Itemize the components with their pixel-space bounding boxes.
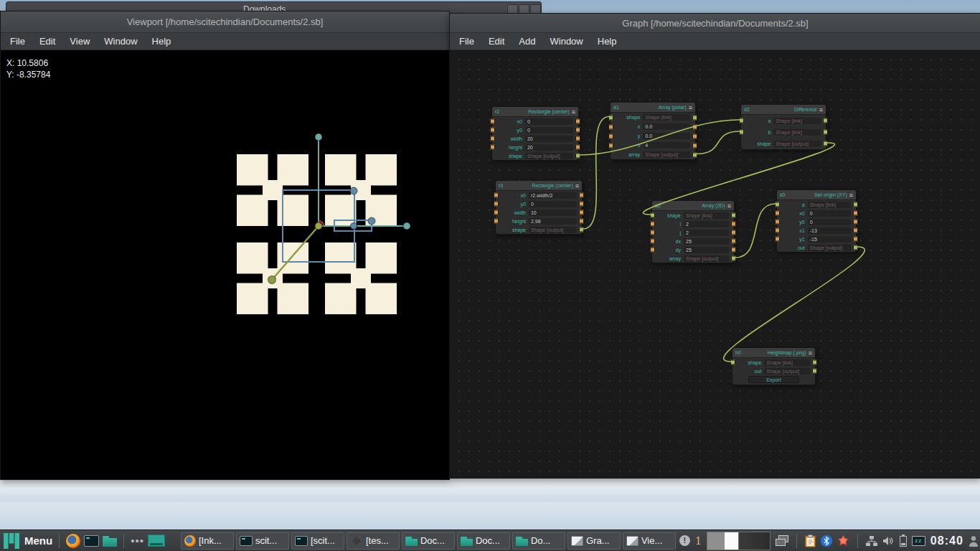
node-header[interactable]: a2Array (2D)≡ — [652, 201, 734, 211]
user-icon[interactable] — [969, 535, 979, 547]
output-port-x1[interactable] — [853, 228, 858, 233]
graph-node-d2[interactable]: d2Difference≡aShape [link]bShape [link]s… — [741, 105, 826, 149]
output-port-b[interactable] — [823, 130, 828, 135]
input-port-shape[interactable] — [650, 213, 655, 218]
node-menu-icon[interactable]: ≡ — [575, 182, 579, 189]
output-port-array[interactable] — [731, 256, 736, 261]
node-header[interactable]: d2Difference≡ — [741, 105, 826, 115]
drag-handle[interactable] — [351, 223, 357, 230]
output-port-y[interactable] — [692, 133, 697, 138]
field-value-j[interactable]: 2 — [684, 230, 729, 236]
field-value-shape[interactable]: Shape [output] — [529, 227, 577, 233]
field-value-x0[interactable]: 0 — [808, 210, 851, 217]
input-port-x1[interactable] — [775, 228, 780, 233]
output-port-x0[interactable] — [575, 119, 580, 124]
input-port-x0[interactable] — [775, 211, 780, 216]
field-value-x0[interactable]: 0 — [525, 118, 573, 125]
battery-icon[interactable] — [900, 534, 907, 547]
input-port-width[interactable] — [494, 210, 499, 215]
field-value-height[interactable]: 20 — [525, 144, 573, 151]
field-value-x0[interactable]: r2.width/2 — [529, 192, 577, 199]
input-port-n[interactable] — [608, 143, 613, 148]
output-port-n[interactable] — [692, 143, 697, 148]
menu-item-help[interactable]: Help — [590, 33, 624, 50]
taskbar-window-button[interactable]: Do... — [512, 532, 565, 550]
more-apps-icon[interactable]: ••• — [131, 534, 144, 547]
output-port-y1[interactable] — [853, 237, 858, 242]
node-menu-icon[interactable]: ≡ — [809, 349, 812, 357]
field-value-i[interactable]: 2 — [684, 221, 729, 227]
terminal-launcher-icon[interactable] — [84, 535, 99, 547]
output-port-x0[interactable] — [853, 211, 858, 216]
input-port-height[interactable] — [490, 145, 495, 150]
input-port-y1[interactable] — [775, 237, 780, 242]
field-value-a[interactable]: Shape [link] — [808, 202, 851, 208]
field-value-b[interactable]: Shape [link] — [773, 129, 821, 136]
input-port-y0[interactable] — [775, 220, 780, 225]
input-port-j[interactable] — [650, 230, 655, 235]
input-port-a[interactable] — [775, 202, 780, 207]
taskbar-window-button[interactable]: Doc... — [457, 532, 510, 550]
node-menu-icon[interactable]: ≡ — [572, 108, 575, 116]
notification-alert-icon[interactable]: ! — [679, 535, 690, 546]
input-port-height[interactable] — [494, 219, 499, 224]
field-value-y0[interactable]: 0 — [525, 127, 573, 133]
menu-button[interactable]: Menu — [24, 534, 52, 547]
file-manager-launcher-icon[interactable] — [103, 538, 117, 547]
bluetooth-icon[interactable] — [821, 535, 832, 547]
graph-node-h0[interactable]: h0Heightmap (.png)≡shapeShape [link]outS… — [732, 348, 815, 385]
output-port-width[interactable] — [579, 210, 584, 215]
graph-canvas[interactable]: r2Rectangle (center)≡x00y00width20height… — [450, 50, 980, 478]
field-value-shape[interactable]: Shape [output] — [773, 141, 821, 147]
input-port-shape[interactable] — [608, 115, 613, 120]
graph-node-s0[interactable]: s0Set origin (XY)≡aShape [link]x00y00x1-… — [777, 190, 856, 252]
field-value-array[interactable]: Shape [output] — [684, 255, 729, 262]
output-port-x[interactable] — [692, 124, 697, 129]
field-value-dy[interactable]: 25 — [684, 247, 729, 253]
output-port-j[interactable] — [731, 230, 736, 235]
field-value-width[interactable]: 20 — [525, 136, 573, 142]
taskbar-window-button[interactable]: Vie... — [623, 532, 676, 550]
output-port-x0[interactable] — [579, 193, 584, 198]
updates-alert-icon[interactable] — [837, 534, 849, 547]
viewport-titlebar[interactable]: Viewport [/home/scitechindian/Documents/… — [1, 11, 449, 33]
field-value-y1[interactable]: -15 — [808, 236, 851, 242]
firefox-launcher-icon[interactable] — [66, 534, 80, 548]
menu-item-file[interactable]: File — [452, 33, 481, 50]
output-port-shape[interactable] — [731, 213, 736, 218]
node-menu-icon[interactable]: ≡ — [689, 104, 692, 111]
menu-item-view[interactable]: View — [62, 33, 97, 50]
node-header[interactable]: a1Array (polar)≡ — [611, 103, 695, 113]
field-value-y[interactable]: 0.0 — [643, 133, 690, 139]
input-port-y0[interactable] — [490, 128, 495, 133]
output-port-y0[interactable] — [575, 128, 580, 133]
menu-item-file[interactable]: File — [3, 33, 32, 50]
graph-node-a2[interactable]: a2Array (2D)≡shapeShape [link]i2j2dx25dy… — [652, 201, 734, 263]
network-icon[interactable] — [866, 536, 877, 546]
field-value-shape[interactable]: Shape [link] — [684, 212, 729, 219]
field-value-height[interactable]: 2.98 — [529, 218, 577, 225]
output-port-array[interactable] — [692, 152, 697, 157]
field-value-x1[interactable]: -13 — [808, 227, 851, 234]
node-header[interactable]: r2Rectangle (center)≡ — [492, 107, 578, 117]
field-value-n[interactable]: 4 — [643, 142, 690, 149]
taskbar-window-button[interactable]: scit... — [236, 532, 289, 550]
field-value-width[interactable]: 10 — [529, 209, 577, 216]
field-value-dx[interactable]: 25 — [684, 238, 729, 245]
taskbar-window-button[interactable]: Gra... — [567, 532, 621, 550]
field-value-y0[interactable]: 0 — [808, 219, 851, 225]
output-port-width[interactable] — [575, 136, 580, 141]
volume-icon[interactable] — [882, 536, 895, 546]
taskbar-window-button[interactable]: [Ink... — [181, 532, 234, 550]
drag-handle[interactable] — [350, 187, 357, 194]
workspace-1[interactable] — [707, 532, 738, 550]
graph-node-r3[interactable]: r3Rectangle (center)≡x0r2.width/2y00widt… — [496, 181, 582, 234]
screensaver-icon[interactable]: zz — [912, 536, 925, 546]
output-port-height[interactable] — [579, 219, 584, 224]
viewport-canvas[interactable]: X: 10.5806 Y: -8.35784 — [1, 50, 449, 479]
field-value-y0[interactable]: 0 — [529, 201, 577, 207]
output-port-dy[interactable] — [731, 248, 736, 253]
output-port-a[interactable] — [823, 118, 828, 123]
output-port-i[interactable] — [731, 222, 736, 227]
output-port-shape[interactable] — [575, 154, 580, 159]
